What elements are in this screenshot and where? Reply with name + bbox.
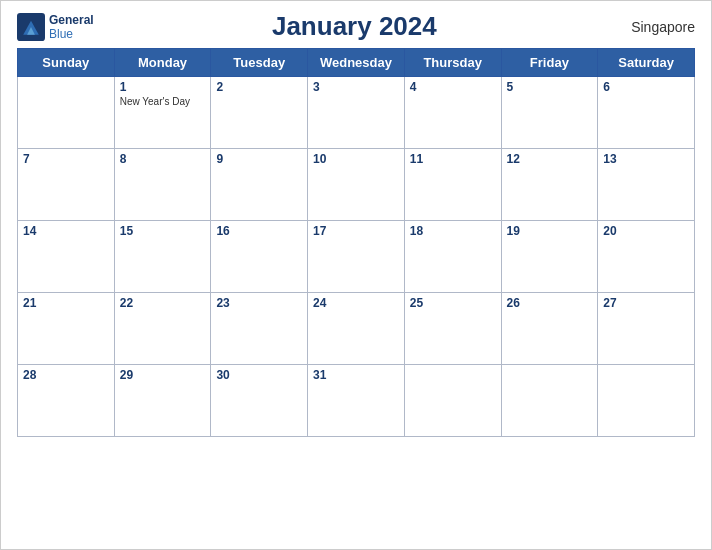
day-number: 15	[120, 224, 206, 238]
day-number: 16	[216, 224, 302, 238]
day-number: 9	[216, 152, 302, 166]
calendar-cell: 23	[211, 293, 308, 365]
calendar-cell: 28	[18, 365, 115, 437]
holiday-label: New Year's Day	[120, 96, 206, 107]
day-number: 19	[507, 224, 593, 238]
calendar-cell	[18, 77, 115, 149]
calendar-cell: 1New Year's Day	[114, 77, 211, 149]
day-number: 22	[120, 296, 206, 310]
calendar-cell: 16	[211, 221, 308, 293]
calendar-cell: 3	[308, 77, 405, 149]
calendar-cell: 2	[211, 77, 308, 149]
day-number: 28	[23, 368, 109, 382]
calendar-cell: 9	[211, 149, 308, 221]
header-saturday: Saturday	[598, 49, 695, 77]
day-number: 30	[216, 368, 302, 382]
calendar-cell	[598, 365, 695, 437]
header-tuesday: Tuesday	[211, 49, 308, 77]
calendar-cell	[404, 365, 501, 437]
day-number: 4	[410, 80, 496, 94]
calendar-cell: 22	[114, 293, 211, 365]
day-number: 18	[410, 224, 496, 238]
day-number: 27	[603, 296, 689, 310]
country-label: Singapore	[615, 19, 695, 35]
calendar-cell	[501, 365, 598, 437]
header-wednesday: Wednesday	[308, 49, 405, 77]
calendar-week-4: 21222324252627	[18, 293, 695, 365]
logo-text: General Blue	[49, 13, 94, 41]
day-number: 20	[603, 224, 689, 238]
day-number: 17	[313, 224, 399, 238]
calendar-cell: 25	[404, 293, 501, 365]
header-friday: Friday	[501, 49, 598, 77]
calendar-cell: 6	[598, 77, 695, 149]
logo-area: General Blue	[17, 13, 94, 41]
calendar-title: January 2024	[94, 11, 615, 42]
day-number: 13	[603, 152, 689, 166]
day-number: 29	[120, 368, 206, 382]
day-number: 6	[603, 80, 689, 94]
calendar-cell: 31	[308, 365, 405, 437]
calendar-week-1: 1New Year's Day23456	[18, 77, 695, 149]
calendar-week-2: 78910111213	[18, 149, 695, 221]
calendar-cell: 10	[308, 149, 405, 221]
calendar-cell: 11	[404, 149, 501, 221]
calendar-cell: 19	[501, 221, 598, 293]
day-number: 10	[313, 152, 399, 166]
day-number: 1	[120, 80, 206, 94]
day-number: 11	[410, 152, 496, 166]
day-number: 12	[507, 152, 593, 166]
day-number: 25	[410, 296, 496, 310]
day-number: 24	[313, 296, 399, 310]
day-number: 7	[23, 152, 109, 166]
calendar-cell: 30	[211, 365, 308, 437]
day-number: 21	[23, 296, 109, 310]
calendar-cell: 26	[501, 293, 598, 365]
day-number: 31	[313, 368, 399, 382]
day-number: 26	[507, 296, 593, 310]
calendar-week-3: 14151617181920	[18, 221, 695, 293]
day-number: 14	[23, 224, 109, 238]
calendar-header: General Blue January 2024 Singapore	[17, 11, 695, 42]
calendar-cell: 4	[404, 77, 501, 149]
calendar-cell: 15	[114, 221, 211, 293]
calendar-cell: 7	[18, 149, 115, 221]
calendar-table: Sunday Monday Tuesday Wednesday Thursday…	[17, 48, 695, 437]
header-sunday: Sunday	[18, 49, 115, 77]
calendar-header-row: Sunday Monday Tuesday Wednesday Thursday…	[18, 49, 695, 77]
calendar-container: General Blue January 2024 Singapore Sund…	[0, 0, 712, 550]
calendar-cell: 27	[598, 293, 695, 365]
day-number: 23	[216, 296, 302, 310]
general-blue-logo-icon	[17, 13, 45, 41]
day-number: 8	[120, 152, 206, 166]
calendar-cell: 8	[114, 149, 211, 221]
header-thursday: Thursday	[404, 49, 501, 77]
calendar-cell: 29	[114, 365, 211, 437]
calendar-cell: 5	[501, 77, 598, 149]
calendar-cell: 21	[18, 293, 115, 365]
calendar-cell: 17	[308, 221, 405, 293]
day-number: 3	[313, 80, 399, 94]
header-monday: Monday	[114, 49, 211, 77]
day-number: 2	[216, 80, 302, 94]
calendar-cell: 14	[18, 221, 115, 293]
calendar-cell: 12	[501, 149, 598, 221]
calendar-cell: 13	[598, 149, 695, 221]
calendar-cell: 18	[404, 221, 501, 293]
calendar-cell: 24	[308, 293, 405, 365]
calendar-week-5: 28293031	[18, 365, 695, 437]
calendar-cell: 20	[598, 221, 695, 293]
day-number: 5	[507, 80, 593, 94]
